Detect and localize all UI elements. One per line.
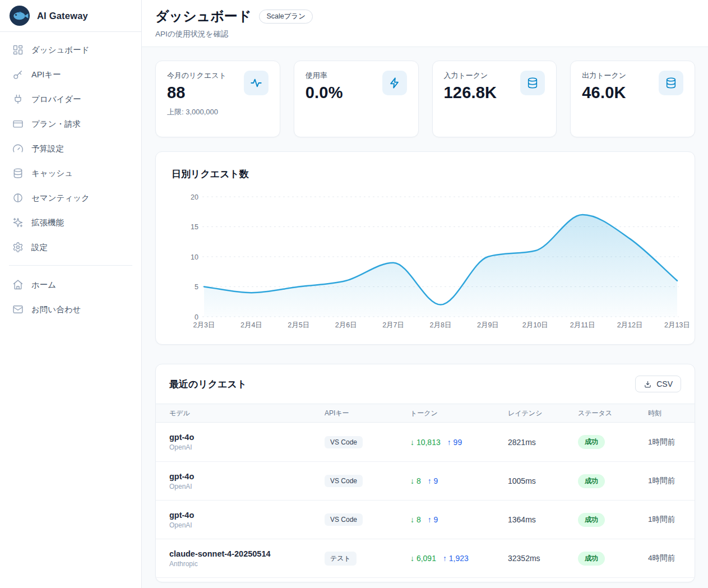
table-title: 最近のリクエスト [169,378,247,391]
sidebar-item-label: ダッシュボード [31,45,90,55]
key-icon [12,69,24,80]
plan-badge: Scaleプラン [259,10,313,24]
model-name: gpt-4o [169,433,325,442]
database-icon [12,168,24,179]
sidebar-item[interactable]: ダッシュボード [7,38,135,62]
model-name: gpt-4o [169,472,325,481]
time-cell: 1時間前 [648,437,681,447]
stat-card: 出力トークン 46.0K [570,61,695,137]
svg-text:2月5日: 2月5日 [288,321,309,329]
stat-label: 出力トークン [582,71,626,81]
sidebar-item[interactable]: セマンティック [7,186,135,210]
semantic-circle-icon [12,192,24,203]
stats-row: 今月のリクエスト 88 上限: 3,000,000 使用率 0.0% 入力トーク… [155,61,695,137]
svg-text:5: 5 [195,283,198,291]
tokens-cell: ↓ 6,091 ↑ 1,923 [410,554,508,563]
gear-icon [12,242,24,253]
stat-value: 88 [167,84,226,102]
svg-text:2月12日: 2月12日 [617,321,643,329]
sidebar-nav-main: ダッシュボード APIキー プロバイダー プラン・請求 予算設定 キャッシュ セ… [0,32,141,261]
provider-name: OpenAI [169,521,325,529]
sidebar-item[interactable]: ホーム [7,272,135,297]
stat-value: 126.8K [444,84,497,102]
sidebar-item-label: ホーム [31,280,56,290]
status-badge: 成功 [578,474,605,488]
stat-sub: 上限: 3,000,000 [167,107,226,117]
fish-logo-icon [9,5,30,26]
sidebar-item-label: 設定 [31,242,48,253]
stat-card: 今月のリクエスト 88 上限: 3,000,000 [155,61,280,137]
arrow-down-icon: ↓ [410,515,414,524]
latency-cell: 32352ms [508,554,578,563]
recent-requests-card: 最近のリクエスト CSV モデルAPIキートークンレイテンシステータス時刻 gp… [155,364,695,582]
sidebar-item[interactable]: 予算設定 [7,136,135,161]
api-key-pill: VS Code [325,475,363,487]
time-cell: 1時間前 [648,476,681,486]
latency-cell: 1005ms [508,476,578,485]
time-cell: 1時間前 [648,515,681,525]
sidebar-item[interactable]: プラン・請求 [7,112,135,136]
provider-name: OpenAI [169,443,325,451]
table-row: gpt-4o OpenAI VS Code ↓ 8 ↑ 9 1005ms 成功 … [156,461,695,500]
main-area: ダッシュボード Scaleプラン APIの使用状況を確認 今月のリクエスト 88… [142,0,708,588]
svg-text:2月8日: 2月8日 [430,321,452,329]
sidebar-item[interactable]: 設定 [7,235,135,260]
brand[interactable]: AI Gateway [0,0,141,32]
daily-requests-chart: 051015202月3日2月4日2月5日2月6日2月7日2月8日2月9日2月10… [156,152,695,344]
sidebar-item[interactable]: APIキー [7,62,135,87]
csv-export-button[interactable]: CSV [635,376,681,392]
tokens-down-value: 8 [417,476,421,485]
page-header: ダッシュボード Scaleプラン APIの使用状況を確認 [142,0,708,47]
sidebar-item-label: プラン・請求 [31,119,81,129]
svg-text:2月7日: 2月7日 [382,321,404,329]
bolt-icon [388,77,401,89]
model-name: gpt-4o [169,511,325,520]
sidebar-item-label: セマンティック [31,193,90,203]
svg-text:2月13日: 2月13日 [664,321,690,329]
tokens-up-value: 9 [434,515,438,524]
sidebar-divider [9,265,132,266]
svg-text:2月9日: 2月9日 [477,321,499,329]
stat-card: 使用率 0.0% [294,61,419,137]
sidebar-item[interactable]: 拡張機能 [7,210,135,235]
gauge-icon [12,143,24,154]
stat-label: 入力トークン [444,71,497,81]
column-header: 時刻 [648,409,681,418]
column-header: レイテンシ [508,409,578,418]
tokens-cell: ↓ 8 ↑ 9 [410,476,508,485]
arrow-up-icon: ↑ [428,515,432,524]
stat-card: 入力トークン 126.8K [432,61,557,137]
status-badge: 成功 [578,552,605,566]
sidebar-item[interactable]: プロバイダー [7,87,135,112]
table-column-headers: モデルAPIキートークンレイテンシステータス時刻 [156,404,695,423]
table-row: claude-sonnet-4-20250514 Anthropic テスト ↓… [156,539,695,577]
sidebar-item-label: 予算設定 [31,143,64,154]
stat-value: 46.0K [582,84,626,102]
activity-icon [250,77,262,89]
svg-text:2月11日: 2月11日 [570,321,595,329]
arrow-up-icon: ↑ [447,438,451,447]
tokens-up-value: 1,923 [449,554,469,563]
sidebar-item[interactable]: キャッシュ [7,161,135,186]
model-name: claude-sonnet-4-20250514 [169,549,325,558]
sidebar-item[interactable]: お問い合わせ [7,297,135,322]
svg-text:2月6日: 2月6日 [335,321,357,329]
status-badge: 成功 [578,513,605,527]
provider-name: OpenAI [169,483,325,490]
latency-cell: 1364ms [508,515,578,524]
svg-text:2月10日: 2月10日 [522,321,548,329]
svg-text:20: 20 [191,193,198,201]
tokens-down-value: 8 [417,515,421,524]
provider-name: Anthropic [169,560,325,568]
arrow-down-icon: ↓ [410,438,414,447]
page-title: ダッシュボード [155,7,251,25]
status-badge: 成功 [578,435,605,449]
stat-label: 使用率 [306,71,343,81]
svg-text:2月4日: 2月4日 [240,321,262,329]
tokens-up-value: 99 [454,438,462,447]
tokens-cell: ↓ 10,813 ↑ 99 [410,438,508,447]
stat-icon-box [382,71,407,95]
csv-button-label: CSV [656,379,673,388]
brand-title: AI Gateway [37,11,88,21]
table-body: gpt-4o OpenAI VS Code ↓ 10,813 ↑ 99 2821… [156,423,695,577]
